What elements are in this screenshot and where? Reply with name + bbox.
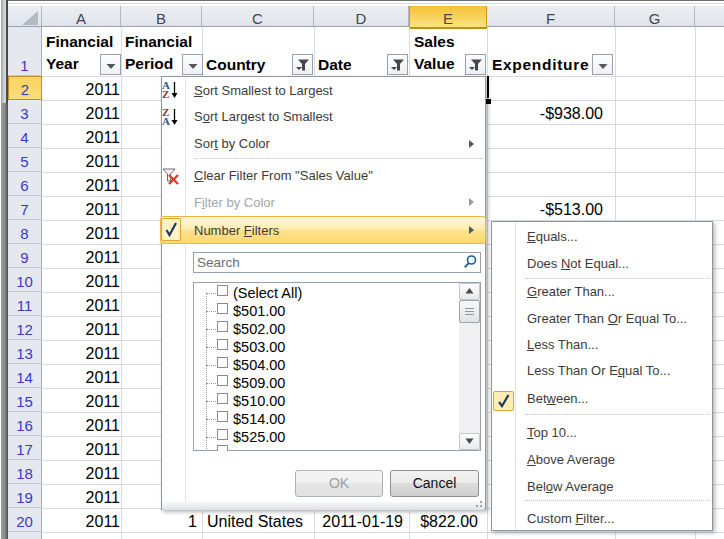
- svg-text:Z: Z: [162, 88, 169, 99]
- svg-text:A: A: [162, 115, 170, 126]
